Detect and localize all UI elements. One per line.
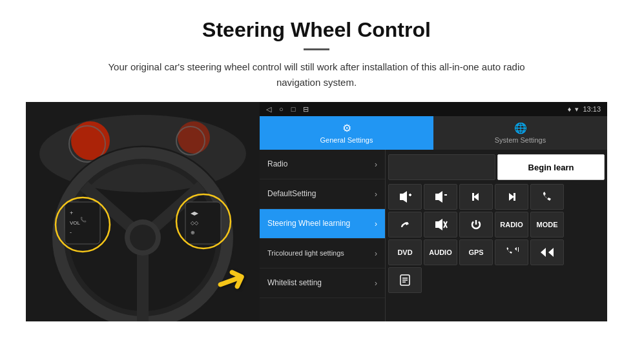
svg-point-13 bbox=[130, 225, 156, 250]
chevron-icon: › bbox=[375, 219, 377, 228]
svg-marker-34 bbox=[435, 219, 442, 230]
svg-text:◇◇: ◇◇ bbox=[191, 220, 199, 226]
empty-slot bbox=[388, 154, 495, 180]
vol-down-button[interactable] bbox=[424, 184, 457, 210]
ctrl-row-4 bbox=[388, 267, 605, 293]
svg-marker-39 bbox=[541, 248, 546, 257]
radio-button[interactable]: RADIO bbox=[495, 212, 528, 238]
ctrl-row-3: DVD AUDIO GPS bbox=[388, 239, 605, 265]
menu-item-radio[interactable]: Radio › bbox=[260, 150, 385, 179]
svg-marker-30 bbox=[473, 193, 479, 201]
power-button[interactable] bbox=[459, 212, 493, 238]
vol-up-button[interactable] bbox=[388, 184, 422, 210]
svg-text:📞: 📞 bbox=[80, 216, 87, 223]
ctrl-row-2: RADIO MODE bbox=[388, 212, 605, 238]
content-row: + VOL - 📞 ◀▶ ◇◇ ⊕ ➜ ◁ bbox=[26, 102, 607, 321]
tab-general-label: General Settings bbox=[320, 136, 373, 144]
menu-column: Radio › DefaultSetting › Steering Wheel … bbox=[260, 150, 386, 321]
svg-text:◀▶: ◀▶ bbox=[191, 210, 199, 216]
menu-item-steering-wheel[interactable]: Steering Wheel learning › bbox=[260, 209, 385, 239]
svg-rect-31 bbox=[472, 193, 474, 201]
phone-hangup-button[interactable] bbox=[388, 212, 422, 238]
page-subtitle: Your original car's steering wheel contr… bbox=[90, 59, 543, 90]
control-rows: RADIO MODE DVD AUDIO GPS bbox=[388, 184, 605, 293]
chevron-icon: › bbox=[375, 279, 377, 288]
rew-ff-button[interactable] bbox=[530, 239, 564, 265]
general-settings-icon: ⚙ bbox=[342, 122, 351, 134]
tab-system-label: System Settings bbox=[495, 136, 546, 144]
tab-bar: ⚙ General Settings 🌐 System Settings bbox=[260, 116, 607, 150]
svg-marker-32 bbox=[509, 193, 514, 201]
svg-text:VOL: VOL bbox=[70, 220, 81, 226]
button-grid: Begin learn bbox=[386, 150, 607, 321]
next-track-button[interactable] bbox=[495, 184, 528, 210]
android-panel: ◁ ○ □ ⊟ ♦ ▾ 13:13 ⚙ General Settings bbox=[260, 102, 607, 321]
dvd-button[interactable]: DVD bbox=[388, 239, 422, 265]
chevron-icon: › bbox=[375, 160, 377, 169]
tab-general-settings[interactable]: ⚙ General Settings bbox=[260, 116, 433, 150]
menu-icon[interactable]: ⊟ bbox=[303, 105, 309, 114]
system-settings-icon: 🌐 bbox=[514, 122, 527, 134]
title-divider bbox=[304, 48, 329, 50]
status-right: ♦ ▾ 13:13 bbox=[568, 105, 601, 114]
menu-item-tricoloured[interactable]: Tricoloured light settings › bbox=[260, 239, 385, 268]
prev-track-button[interactable] bbox=[459, 184, 493, 210]
ctrl-row-1 bbox=[388, 184, 605, 210]
svg-text:+: + bbox=[70, 210, 73, 216]
nav-icons: ◁ ○ □ ⊟ bbox=[266, 105, 309, 114]
svg-marker-28 bbox=[435, 191, 442, 203]
menu-item-whitelist[interactable]: Whitelist setting › bbox=[260, 268, 385, 298]
settings-list: Radio › DefaultSetting › Steering Wheel … bbox=[260, 150, 607, 321]
svg-marker-37 bbox=[515, 247, 517, 251]
svg-point-3 bbox=[178, 121, 210, 154]
mode-button[interactable]: MODE bbox=[530, 212, 564, 238]
top-row: Begin learn bbox=[388, 152, 605, 182]
svg-marker-40 bbox=[548, 248, 554, 257]
svg-rect-38 bbox=[518, 247, 519, 252]
begin-learn-button[interactable]: Begin learn bbox=[497, 154, 605, 180]
recent-icon[interactable]: □ bbox=[291, 105, 296, 113]
svg-text:⊕: ⊕ bbox=[191, 230, 195, 236]
page-title: Steering Wheel Control bbox=[26, 18, 607, 42]
svg-text:-: - bbox=[70, 229, 72, 236]
tab-system-settings[interactable]: 🌐 System Settings bbox=[433, 116, 607, 150]
steering-wheel-image: + VOL - 📞 ◀▶ ◇◇ ⊕ ➜ bbox=[26, 102, 260, 321]
signal-icon: ♦ bbox=[568, 105, 572, 113]
phone-prev-button[interactable] bbox=[495, 239, 528, 265]
chevron-icon: › bbox=[375, 190, 377, 199]
time-display: 13:13 bbox=[583, 105, 601, 113]
svg-rect-33 bbox=[514, 193, 515, 201]
chevron-icon: › bbox=[375, 249, 377, 258]
status-bar: ◁ ○ □ ⊟ ♦ ▾ 13:13 bbox=[260, 102, 607, 116]
home-icon[interactable]: ○ bbox=[279, 105, 284, 113]
media-file-button[interactable] bbox=[388, 267, 422, 293]
svg-marker-25 bbox=[400, 191, 407, 203]
audio-button[interactable]: AUDIO bbox=[424, 239, 457, 265]
wifi-icon: ▾ bbox=[575, 105, 579, 114]
gps-button[interactable]: GPS bbox=[459, 239, 493, 265]
mute-button[interactable] bbox=[424, 212, 457, 238]
back-icon[interactable]: ◁ bbox=[266, 105, 271, 114]
title-section: Steering Wheel Control Your original car… bbox=[26, 18, 607, 90]
phone-answer-button[interactable] bbox=[530, 184, 564, 210]
menu-item-defaultsetting[interactable]: DefaultSetting › bbox=[260, 179, 385, 209]
